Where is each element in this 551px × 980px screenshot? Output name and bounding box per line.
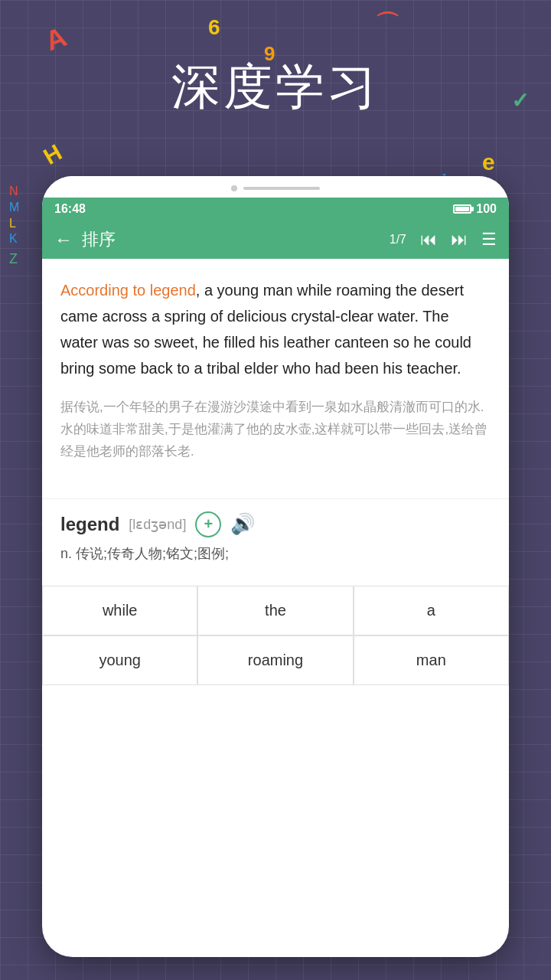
status-bar: 16:48 100 (42, 198, 509, 220)
prev-track-button[interactable]: ⏮ (420, 230, 437, 250)
choice-a[interactable]: a (354, 586, 509, 635)
word-phonetic: [lɛdʒənd] (129, 516, 186, 533)
phone-sensor-dot (231, 185, 237, 191)
app-bar-controls: 1/7 ⏮ ⏭ ☰ (390, 230, 497, 250)
sound-button[interactable]: 🔊 (230, 512, 255, 536)
choice-roaming[interactable]: roaming (197, 635, 353, 685)
next-track-button[interactable]: ⏭ (451, 230, 468, 250)
menu-button[interactable]: ☰ (481, 230, 497, 250)
passage-text: According to legend, a young man while r… (60, 277, 491, 381)
word-definition: n. 传说;传奇人物;铭文;图例; (60, 544, 491, 564)
page-indicator: 1/7 (390, 233, 406, 247)
word-main: legend (60, 514, 119, 535)
word-section: legend [lɛdʒənd] + 🔊 n. 传说;传奇人物;铭文;图例; (42, 511, 509, 577)
deco-letter-e: e (482, 149, 495, 175)
phone-sensor-line (243, 187, 320, 190)
word-header: legend [lɛdʒənd] + 🔊 (60, 511, 491, 537)
phone-top-bar (42, 176, 509, 198)
content-divider (42, 498, 509, 499)
choice-man[interactable]: man (354, 635, 509, 685)
choice-while[interactable]: while (42, 586, 197, 635)
battery-level: 100 (476, 202, 497, 216)
deco-letter-6: 6 (208, 15, 220, 40)
passage-highlight: According to legend (60, 282, 196, 299)
deco-letter-h: H (39, 139, 67, 170)
deco-letter-arc: ⌒ (375, 8, 399, 41)
phone-frame: 16:48 100 ← 排序 1/7 ⏮ ⏭ ☰ According to le… (42, 176, 509, 957)
battery-icon (453, 204, 471, 214)
status-time: 16:48 (54, 202, 86, 216)
page-title-area: 深度学习 (0, 54, 551, 120)
chinese-translation: 据传说,一个年轻的男子在漫游沙漠途中看到一泉如水晶般清澈而可口的水.水的味道非常… (60, 397, 491, 463)
back-button[interactable]: ← (54, 229, 73, 250)
status-right: 100 (453, 202, 497, 216)
content-area: According to legend, a young man while r… (42, 259, 509, 498)
app-bar: ← 排序 1/7 ⏮ ⏭ ☰ (42, 220, 509, 259)
page-title: 深度学习 (0, 54, 551, 120)
app-bar-title: 排序 (82, 228, 380, 251)
deco-letters-side: N M L K Z (9, 184, 19, 269)
choice-the[interactable]: the (197, 586, 353, 635)
choices-grid: while the a young roaming man (42, 586, 509, 685)
choice-young[interactable]: young (42, 635, 197, 685)
deco-letter-a: A (41, 21, 71, 57)
add-word-button[interactable]: + (195, 511, 221, 537)
